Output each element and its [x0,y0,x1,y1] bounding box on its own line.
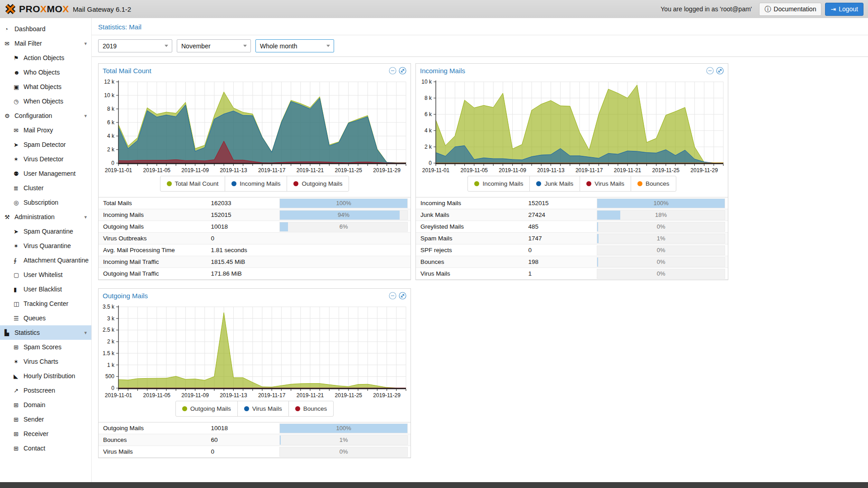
legend-item-bounces[interactable]: Bounces [631,176,676,191]
stat-bar-cell: 100% [597,198,728,208]
sidebar-item-label: Sender [24,416,44,423]
sidebar-item-postscreen[interactable]: ↗Postscreen [0,383,91,398]
list-icon: ☰ [14,315,24,322]
sidebar-item-domain[interactable]: ⊞Domain [0,398,91,412]
stat-bar-cell: 0% [279,447,410,457]
chevron-down-icon[interactable]: ▾ [84,41,89,47]
svg-text:2019-11-17: 2019-11-17 [258,392,286,399]
legend-label: Total Mail Count [175,180,219,187]
svg-text:2019-11-13: 2019-11-13 [220,392,247,399]
legend-item-virus-mails[interactable]: Virus Mails [237,401,288,416]
svg-text:2019-11-05: 2019-11-05 [143,392,171,399]
sidebar-item-spam-quarantine[interactable]: ➤Spam Quarantine [0,224,91,239]
sidebar-item-action-objects[interactable]: ⚑Action Objects [0,51,91,65]
sidebar-item-receiver[interactable]: ⊞Receiver [0,427,91,441]
percent-bar-track: 100% [279,198,408,208]
sidebar-item-tracking-center[interactable]: ◫Tracking Center [0,296,91,311]
legend-dot [536,181,541,186]
file-filled-icon: ▮ [14,286,24,293]
legend-dot [167,181,172,186]
stat-label: Greylisted Mails [416,223,528,230]
svg-text:2019-11-29: 2019-11-29 [373,392,401,399]
collapse-panel-icon[interactable] [389,67,396,75]
sidebar-item-user-management[interactable]: ⚉User Management [0,166,91,181]
legend-item-total-mail-count[interactable]: Total Mail Count [160,176,225,191]
collapse-panel-icon[interactable] [389,292,396,300]
svg-text:2019-11-13: 2019-11-13 [537,167,565,174]
stat-bar-cell: 18% [597,210,728,220]
sidebar-item-administration[interactable]: ⚒Administration▾ [0,210,91,224]
legend-item-incoming-mails[interactable]: Incoming Mails [468,176,529,191]
svg-text:2019-11-25: 2019-11-25 [335,167,363,174]
sidebar-item-who-objects[interactable]: ☻Who Objects [0,65,91,80]
legend-item-outgoing-mails[interactable]: Outgoing Mails [287,176,349,191]
sidebar-item-label: Receiver [24,430,48,437]
sidebar-item-user-whitelist[interactable]: ▢User Whitelist [0,267,91,282]
svg-text:2019-11-09: 2019-11-09 [499,167,526,174]
sidebar-item-label: Virus Detector [24,155,63,163]
sidebar-item-user-blacklist[interactable]: ▮User Blacklist [0,282,91,296]
sidebar-item-hourly-distribution[interactable]: ◣Hourly Distribution [0,369,91,383]
sidebar-item-subscription[interactable]: ◎Subscription [0,195,91,210]
percent-bar-track: 100% [279,423,408,433]
legend-dot [182,406,187,411]
sidebar-item-attachment-quarantine[interactable]: ∮Attachment Quarantine [0,253,91,267]
mail-filter-icon: ✉ [5,40,14,47]
sidebar-item-spam-scores[interactable]: ⊞Spam Scores [0,340,91,354]
sidebar-item-label: Spam Quarantine [24,228,73,235]
legend-dot [295,406,300,411]
app: PROXMOX Mail Gateway 6.1-2 You are logge… [0,0,868,488]
legend-item-bounces[interactable]: Bounces [288,401,334,416]
sidebar-item-label: Subscription [24,199,58,206]
maximize-panel-icon[interactable] [716,67,724,75]
timespan-select[interactable]: Whole month [255,39,334,52]
top-header-bar: PROXMOX Mail Gateway 6.1-2 You are logge… [0,0,868,18]
legend-item-junk-mails[interactable]: Junk Mails [529,176,580,191]
chevron-down-icon[interactable] [323,45,334,47]
sidebar-item-virus-quarantine[interactable]: ✶Virus Quarantine [0,239,91,253]
chevron-down-icon[interactable] [161,45,172,47]
sidebar-item-contact[interactable]: ⊞Contact [0,441,91,455]
sidebar-item-virus-detector[interactable]: ✶Virus Detector [0,152,91,166]
outgoing-mails-chart: 05001 k1.5 k2 k2.5 k3 k3.5 k2019-11-0120… [99,303,410,400]
month-select[interactable]: November [177,39,251,52]
chevron-down-icon[interactable]: ▾ [84,214,89,220]
legend-item-incoming-mails[interactable]: Incoming Mails [225,176,287,191]
legend-label: Incoming Mails [240,180,280,187]
sidebar-item-sender[interactable]: ⊞Sender [0,412,91,427]
legend-item-outgoing-mails[interactable]: Outgoing Mails [176,401,237,416]
sign-out-icon: ⇥ [830,6,836,12]
sidebar-item-label: Tracking Center [24,300,68,307]
svg-text:2019-11-05: 2019-11-05 [461,167,488,174]
sidebar-item-label: Dashboard [14,25,46,33]
sidebar-item-mail-proxy[interactable]: ✉Mail Proxy [0,123,91,137]
sidebar-item-spam-detector[interactable]: ➤Spam Detector [0,137,91,152]
percent-bar-track: 100% [597,198,725,208]
logout-button[interactable]: ⇥ Logout [825,3,863,16]
sidebar-item-virus-charts[interactable]: ✶Virus Charts [0,354,91,369]
sidebar-item-mail-filter[interactable]: ✉Mail Filter▾ [0,36,91,51]
chevron-down-icon[interactable] [240,45,250,47]
chevron-down-icon[interactable]: ▾ [84,113,89,119]
sidebar-item-statistics[interactable]: ▙Statistics▾ [0,325,91,340]
stats-row: Spam Mails17471% [416,233,728,244]
collapse-panel-icon[interactable] [706,67,714,75]
sidebar-item-configuration[interactable]: ⚙Configuration▾ [0,108,91,123]
sidebar-item-queues[interactable]: ☰Queues [0,311,91,325]
sidebar: ◔Dashboard✉Mail Filter▾⚑Action Objects☻W… [0,18,92,488]
documentation-button[interactable]: ⓘ Documentation [759,3,821,16]
year-select[interactable]: 2019 [98,39,172,52]
sidebar-item-dashboard[interactable]: ◔Dashboard [0,22,91,36]
panel-total-mail-count: Total Mail Count 02 k4 k6 k8 k10 k12 k20… [98,63,411,280]
sidebar-item-what-objects[interactable]: ▣What Objects [0,80,91,94]
chevron-down-icon[interactable]: ▾ [84,330,89,336]
sidebar-item-label: Who Objects [24,69,60,76]
sidebar-item-label: What Objects [24,83,61,90]
stat-value: 485 [528,223,597,230]
sidebar-item-cluster[interactable]: ≣Cluster [0,181,91,195]
maximize-panel-icon[interactable] [399,67,406,75]
sidebar-item-when-objects[interactable]: ◷When Objects [0,94,91,108]
legend-item-virus-mails[interactable]: Virus Mails [580,176,631,191]
legend-dot [586,181,591,186]
maximize-panel-icon[interactable] [399,292,406,300]
